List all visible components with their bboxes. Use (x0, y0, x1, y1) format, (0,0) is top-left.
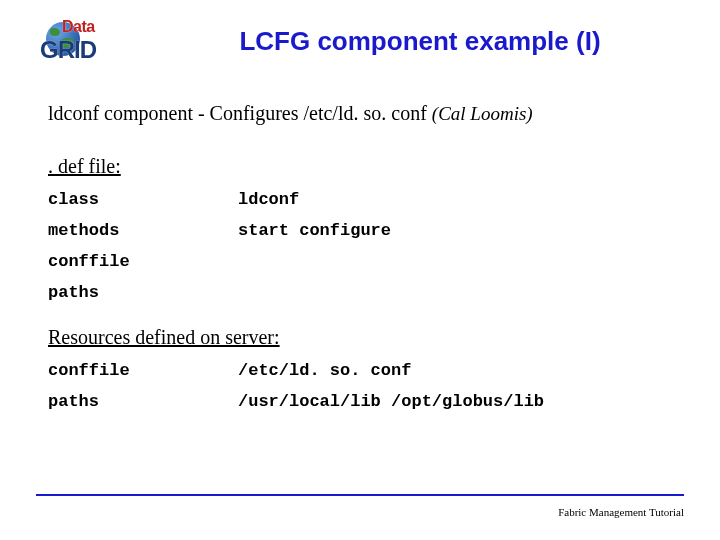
component-description: ldconf component - Configures /etc/ld. s… (48, 102, 672, 125)
def-key: conffile (48, 253, 238, 270)
def-val: ldconf (238, 191, 672, 208)
def-val: start configure (238, 222, 672, 239)
slide-body: ldconf component - Configures /etc/ld. s… (48, 102, 672, 417)
def-row: methods start configure (48, 215, 672, 246)
def-val (238, 253, 672, 270)
res-val: /etc/ld. so. conf (238, 362, 672, 379)
def-key: methods (48, 222, 238, 239)
res-row: conffile /etc/ld. so. conf (48, 355, 672, 386)
def-row: class ldconf (48, 184, 672, 215)
res-key: conffile (48, 362, 238, 379)
datagrid-logo: Data GRID (40, 20, 110, 64)
res-val: /usr/local/lib /opt/globus/lib (238, 393, 672, 410)
logo-text-data: Data (62, 18, 95, 36)
slide: Data GRID LCFG component example (I) ldc… (0, 0, 720, 540)
def-file-heading: . def file: (48, 155, 672, 178)
resources-heading: Resources defined on server: (48, 326, 672, 349)
footer-text: Fabric Management Tutorial (558, 506, 684, 518)
def-row: conffile (48, 246, 672, 277)
def-key: class (48, 191, 238, 208)
slide-title: LCFG component example (I) (160, 26, 680, 57)
def-row: paths (48, 277, 672, 308)
def-key: paths (48, 284, 238, 301)
logo-text-grid: GRID (40, 36, 96, 64)
description-text: ldconf component - Configures /etc/ld. s… (48, 102, 427, 124)
def-val (238, 284, 672, 301)
description-credit: (Cal Loomis) (432, 103, 533, 124)
divider (36, 494, 684, 496)
res-key: paths (48, 393, 238, 410)
res-row: paths /usr/local/lib /opt/globus/lib (48, 386, 672, 417)
